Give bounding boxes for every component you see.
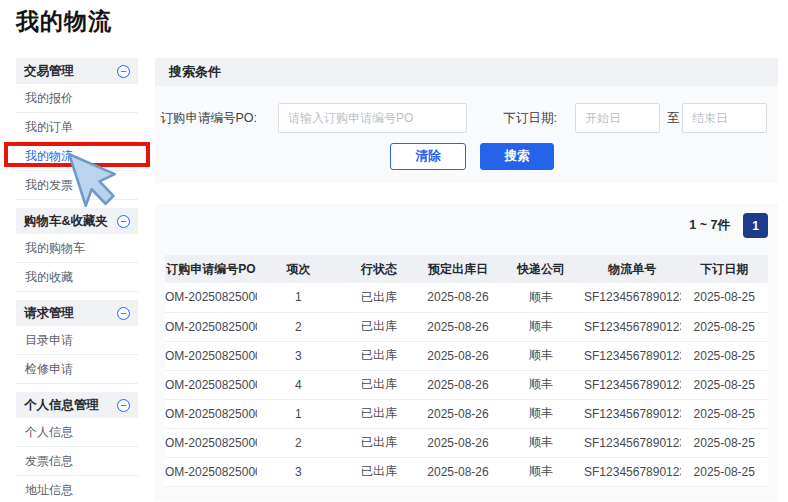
sidebar-item[interactable]: 个人信息 <box>16 418 138 447</box>
table-cell: SF1234567890123 <box>584 283 680 312</box>
sidebar-section-header[interactable]: 请求管理− <box>16 300 138 326</box>
sidebar-item[interactable]: 我的订单 <box>16 113 138 142</box>
table-cell: OM-202508250003 <box>165 399 257 428</box>
table-column-header: 下订日期 <box>681 255 769 283</box>
sidebar-item[interactable]: 我的发票 <box>16 171 138 200</box>
search-panel: 搜索条件 订购申请编号PO: 下订日期: 至 清除 搜索 <box>155 58 778 183</box>
page-title: 我的物流 <box>16 6 112 37</box>
table-body: OM-2025082500041已出库2025-08-26顺丰SF1234567… <box>165 283 768 486</box>
sidebar-section: 个人信息管理−个人信息发票信息地址信息 <box>16 392 138 502</box>
table-cell: 2025-08-26 <box>418 457 498 486</box>
table-cell: SF1234567890123 <box>584 457 680 486</box>
table-header-row: 订购申请编号PO项次行状态预定出库日快递公司物流单号下订日期 <box>165 255 768 283</box>
table-cell: OM-202508250004 <box>165 341 257 370</box>
collapse-minus-icon[interactable]: − <box>117 399 130 412</box>
table-cell: 2025-08-25 <box>681 457 769 486</box>
table-cell: 2025-08-26 <box>418 428 498 457</box>
table-cell: 顺丰 <box>498 341 584 370</box>
logistics-table: 订购申请编号PO项次行状态预定出库日快递公司物流单号下订日期 OM-202508… <box>165 255 768 487</box>
date-end-input[interactable] <box>682 103 767 133</box>
sidebar-section-header[interactable]: 交易管理− <box>16 58 138 84</box>
table-cell: 已出库 <box>340 457 418 486</box>
table-cell: 已出库 <box>340 312 418 341</box>
sidebar-section: 请求管理−目录申请检修申请 <box>16 300 138 384</box>
table-cell: 2025-08-25 <box>681 399 769 428</box>
clear-button[interactable]: 清除 <box>390 143 466 170</box>
table-cell: 2025-08-25 <box>681 370 769 399</box>
table-cell: SF1234567890123 <box>584 341 680 370</box>
table-cell: 2025-08-26 <box>418 399 498 428</box>
table-cell: OM-202508250004 <box>165 283 257 312</box>
table-cell: 顺丰 <box>498 283 584 312</box>
table-row: OM-2025082500033已出库2025-08-26顺丰SF1234567… <box>165 457 768 486</box>
main-content: 搜索条件 订购申请编号PO: 下订日期: 至 清除 搜索 1 ~ 7件 1 <box>155 58 778 501</box>
table-cell: SF1234567890123 <box>584 370 680 399</box>
po-number-label: 订购申请编号PO: <box>155 103 257 133</box>
sidebar-section-title: 请求管理 <box>24 305 74 322</box>
sidebar-section-header[interactable]: 购物车&收藏夹− <box>16 208 138 234</box>
table-column-header: 订购申请编号PO <box>165 255 257 283</box>
sidebar-item[interactable]: 发票信息 <box>16 447 138 476</box>
table-cell: OM-202508250004 <box>165 370 257 399</box>
table-cell: OM-202508250004 <box>165 312 257 341</box>
sidebar-section-title: 个人信息管理 <box>24 397 99 414</box>
table-row: OM-2025082500044已出库2025-08-26顺丰SF1234567… <box>165 370 768 399</box>
order-date-label: 下订日期: <box>485 103 557 133</box>
table-cell: 已出库 <box>340 341 418 370</box>
table-cell: SF1234567890123 <box>584 399 680 428</box>
table-cell: 已出库 <box>340 399 418 428</box>
pagination: 1 ~ 7件 1 <box>165 212 768 239</box>
table-column-header: 项次 <box>257 255 340 283</box>
collapse-minus-icon[interactable]: − <box>117 215 130 228</box>
collapse-minus-icon[interactable]: − <box>117 307 130 320</box>
table-cell: 顺丰 <box>498 370 584 399</box>
table-cell: 2 <box>257 428 340 457</box>
po-number-input[interactable] <box>278 103 467 133</box>
table-cell: 3 <box>257 341 340 370</box>
sidebar-item[interactable]: 检修申请 <box>16 355 138 384</box>
table-cell: 2025-08-25 <box>681 283 769 312</box>
sidebar-item[interactable]: 我的报价 <box>16 84 138 113</box>
table-cell: 2025-08-25 <box>681 428 769 457</box>
sidebar-item[interactable]: 我的物流 <box>16 142 138 171</box>
table-cell: 2025-08-26 <box>418 370 498 399</box>
table-cell: 1 <box>257 399 340 428</box>
sidebar-section: 交易管理−我的报价我的订单我的物流我的发票 <box>16 58 138 200</box>
sidebar-item[interactable]: 目录申请 <box>16 326 138 355</box>
table-column-header: 行状态 <box>340 255 418 283</box>
sidebar-item[interactable]: 地址信息 <box>16 476 138 502</box>
sidebar-section: 购物车&收藏夹−我的购物车我的收藏 <box>16 208 138 292</box>
table-column-header: 预定出库日 <box>418 255 498 283</box>
table-cell: 2025-08-25 <box>681 312 769 341</box>
table-row: OM-2025082500043已出库2025-08-26顺丰SF1234567… <box>165 341 768 370</box>
collapse-minus-icon[interactable]: − <box>117 65 130 78</box>
table-cell: 已出库 <box>340 428 418 457</box>
table-cell: 顺丰 <box>498 399 584 428</box>
table-row: OM-2025082500042已出库2025-08-26顺丰SF1234567… <box>165 312 768 341</box>
result-count: 1 ~ 7件 <box>689 217 730 234</box>
table-cell: 3 <box>257 457 340 486</box>
search-button[interactable]: 搜索 <box>480 143 554 170</box>
results-panel: 1 ~ 7件 1 订购申请编号PO项次行状态预定出库日快递公司物流单号下订日期 … <box>155 204 778 501</box>
table-cell: 顺丰 <box>498 428 584 457</box>
table-cell: 已出库 <box>340 283 418 312</box>
table-cell: 2025-08-25 <box>681 341 769 370</box>
table-cell: 2025-08-26 <box>418 341 498 370</box>
date-start-input[interactable] <box>575 103 660 133</box>
table-cell: SF1234567890123 <box>584 312 680 341</box>
page: 我的物流 交易管理−我的报价我的订单我的物流我的发票购物车&收藏夹−我的购物车我… <box>0 0 788 502</box>
sidebar-section-title: 购物车&收藏夹 <box>24 213 108 230</box>
table-row: OM-2025082500031已出库2025-08-26顺丰SF1234567… <box>165 399 768 428</box>
search-form: 订购申请编号PO: 下订日期: 至 清除 搜索 <box>155 86 778 183</box>
table-column-header: 快递公司 <box>498 255 584 283</box>
sidebar-item[interactable]: 我的购物车 <box>16 234 138 263</box>
sidebar-item[interactable]: 我的收藏 <box>16 263 138 292</box>
page-1-button[interactable]: 1 <box>743 213 768 238</box>
table-cell: 4 <box>257 370 340 399</box>
table-cell: 顺丰 <box>498 457 584 486</box>
table-cell: 2025-08-26 <box>418 312 498 341</box>
sidebar-section-header[interactable]: 个人信息管理− <box>16 392 138 418</box>
table-cell: 2025-08-26 <box>418 283 498 312</box>
table-cell: 1 <box>257 283 340 312</box>
sidebar-section-title: 交易管理 <box>24 63 74 80</box>
